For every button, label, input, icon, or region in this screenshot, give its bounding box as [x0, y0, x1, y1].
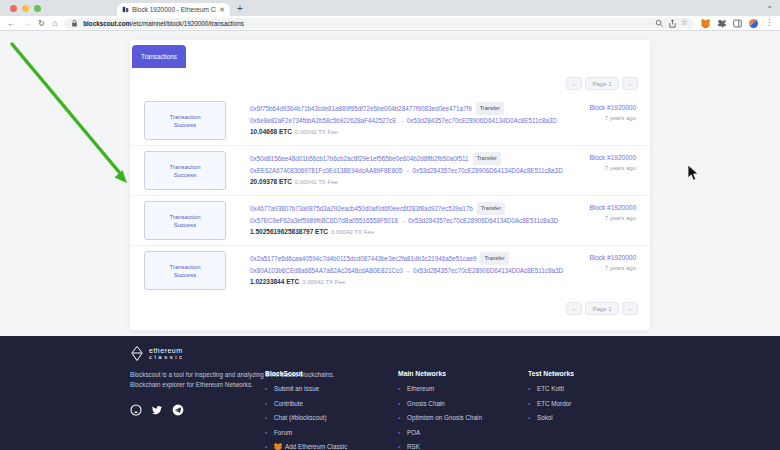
search-icon[interactable]	[655, 19, 664, 28]
status-badge: Transaction Success	[144, 151, 226, 190]
tab-transactions-label: Transactions	[141, 53, 177, 60]
browser-menu-icon[interactable]: ⋮	[765, 19, 773, 27]
footer-link[interactable]: Gnosis Chain	[398, 400, 482, 407]
from-address-link[interactable]: 0xEE62A674083069781Fc0Ed138E94dcAA89F8E8…	[250, 167, 402, 174]
reload-icon[interactable]: ↻	[38, 19, 45, 28]
footer-column-blockscout: BlockScout Submit an Issue Contribute Ch…	[265, 370, 347, 450]
footer-link[interactable]: Sokol	[528, 414, 574, 421]
footer-link[interactable]: Contribute	[265, 400, 347, 407]
address-bar[interactable]: blockscout.com/etc/mainnet/block/1920000…	[64, 18, 694, 29]
browser-chrome: Block 1920000 - Ethereum Cl ✕ + ⌄ ← → ↻ …	[0, 0, 780, 31]
window-fullscreen-button[interactable]	[34, 5, 41, 12]
browser-tab-strip: Block 1920000 - Ethereum Cl ✕ + ⌄	[0, 0, 780, 16]
tx-fee: 0.00042 TX Fee	[302, 279, 345, 285]
next-page-button[interactable]: ›	[622, 77, 638, 90]
to-address-link[interactable]: 0x53d284357ec70cE28906D64134D0Ac8E511c8a…	[407, 117, 557, 124]
github-icon[interactable]	[130, 404, 142, 416]
status-badge: Transaction Success	[144, 101, 226, 140]
to-address-link[interactable]: 0x53d284357ec70cE28906D64134D0Ac8E511c8a…	[413, 267, 563, 274]
etc-diamond-icon	[130, 346, 144, 361]
tx-hash-link[interactable]: 0x4677a93807b73a0875d3a292eacb450d0af0d6…	[250, 205, 473, 212]
window-minimize-button[interactable]	[22, 5, 29, 12]
bookmark-star-icon[interactable]: ☆	[681, 19, 688, 27]
footer-heading: BlockScout	[265, 370, 347, 377]
sidebar-panel-icon[interactable]	[733, 19, 742, 28]
status-badge: Transaction Success	[144, 251, 226, 290]
transfer-badge: Transfer	[473, 152, 501, 165]
block-link[interactable]: Block #1920000	[589, 104, 636, 111]
url-path: /etc/mainnet/block/1920000/transactions	[131, 20, 244, 27]
home-icon[interactable]: ⌂	[52, 19, 57, 28]
tx-fee: 0.00042 TX Fee	[295, 129, 338, 135]
metamask-extension-icon[interactable]	[701, 19, 710, 28]
browser-tab[interactable]: Block 1920000 - Ethereum Cl ✕	[117, 3, 230, 16]
footer-column-test-networks: Test Networks ETC Kotti ETC Mordor Sokol	[528, 370, 574, 429]
table-row: Transaction Success 0x4677a93807b73a0875…	[130, 196, 650, 246]
page-indicator[interactable]: Page 1	[585, 302, 619, 315]
ethereum-classic-logo: ethereum classic	[130, 346, 185, 361]
share-icon[interactable]	[668, 19, 677, 28]
tx-hash-link[interactable]: 0x50d8156ee48d01b56cb17b6cb2ac8f29e1ef56…	[250, 155, 469, 162]
new-tab-button[interactable]: +	[237, 3, 243, 14]
footer-link[interactable]: Ethereum	[398, 385, 482, 392]
table-row: Transaction Success 0x2a5177e6d6caa40594…	[130, 246, 650, 296]
footer-link[interactable]: ETC Kotti	[528, 385, 574, 392]
block-link[interactable]: Block #1920000	[589, 154, 636, 161]
blockscout-page: Transactions ‹ Page 1 › Transaction Succ…	[0, 31, 780, 336]
tx-age: 7 years ago	[589, 265, 636, 271]
next-page-button[interactable]: ›	[622, 302, 638, 315]
footer-link[interactable]: Forum	[265, 429, 347, 436]
arrow-right-icon: →	[405, 267, 411, 274]
block-link[interactable]: Block #1920000	[589, 254, 636, 261]
url-text: blockscout.com/etc/mainnet/block/1920000…	[83, 20, 244, 27]
tx-value: 20.09378 ETC	[250, 178, 292, 185]
blockscout-favicon-icon	[122, 6, 129, 13]
from-address-link[interactable]: 0x80A103b6CEd8a6854A7a82Ac2648cdAB0E821C…	[250, 267, 403, 274]
transfer-badge: Transfer	[477, 202, 505, 215]
arrow-right-icon: →	[404, 167, 410, 174]
tx-age: 7 years ago	[589, 215, 636, 221]
arrow-right-icon: →	[398, 117, 404, 124]
window-close-button[interactable]	[10, 5, 17, 12]
prev-page-button[interactable]: ‹	[566, 77, 582, 90]
footer-link[interactable]: Chat (#blockscout)	[265, 414, 347, 421]
to-address-link[interactable]: 0x53d284357ec70cE28906D64134D0Ac8E511c8a…	[413, 167, 563, 174]
footer-link[interactable]: POA	[398, 429, 482, 436]
to-address-link[interactable]: 0x53d284357ec70cE28906D64134D0Ac8E511c8a…	[408, 217, 558, 224]
footer-link[interactable]: Optimism on Gnosis Chain	[398, 414, 482, 421]
tab-transactions[interactable]: Transactions	[132, 45, 186, 68]
tab-close-icon[interactable]: ✕	[219, 6, 225, 13]
profile-avatar[interactable]	[749, 19, 758, 28]
prev-page-button[interactable]: ‹	[566, 302, 582, 315]
transfer-badge: Transfer	[476, 102, 504, 115]
footer-link-add-etc[interactable]: Add Ethereum Classic	[265, 443, 347, 450]
page-indicator[interactable]: Page 1	[585, 77, 619, 90]
forward-icon[interactable]: →	[23, 19, 32, 28]
table-row: Transaction Success 0x6f75b64d9364b71b43…	[130, 96, 650, 146]
tx-value: 1.5025619625838797 ETC	[250, 228, 328, 235]
browser-tab-title: Block 1920000 - Ethereum Cl	[132, 6, 216, 13]
from-address-link[interactable]: 0x6e8e82aF2e734fbbA2b58c5b922628aF442527…	[250, 117, 396, 124]
pagination-top: ‹ Page 1 ›	[566, 77, 638, 90]
tx-fee: 0.00042 TX Fee	[295, 179, 338, 185]
footer: ethereum classic Blockscout is a tool fo…	[0, 336, 780, 450]
chevron-down-icon[interactable]: ⌄	[766, 1, 773, 10]
transaction-list: Transaction Success 0x6f75b64d9364b71b43…	[130, 96, 650, 296]
footer-link[interactable]: Submit an Issue	[265, 385, 347, 392]
tx-hash-link[interactable]: 0x6f75b64d9364b71b43cde81a889f95df72e6be…	[250, 105, 472, 112]
transfer-badge: Transfer	[480, 252, 508, 265]
block-link[interactable]: Block #1920000	[589, 204, 636, 211]
tx-hash-link[interactable]: 0x2a5177e6d6caa40594c7d4b0115dcd087443be…	[250, 255, 476, 262]
footer-heading: Test Networks	[528, 370, 574, 377]
footer-link[interactable]: RSK	[398, 443, 482, 450]
extensions-puzzle-icon[interactable]	[717, 19, 726, 28]
status-badge: Transaction Success	[144, 201, 226, 240]
tx-fee: 0.00042 TX Fee	[331, 229, 374, 235]
back-icon[interactable]: ←	[7, 19, 16, 28]
twitter-icon[interactable]	[151, 404, 163, 416]
tx-value: 10.04668 ETC	[250, 128, 292, 135]
telegram-icon[interactable]	[172, 404, 184, 416]
footer-link[interactable]: ETC Mordor	[528, 400, 574, 407]
from-address-link[interactable]: 0x57EC8eF62a3ef5989fb8C6D7d8a05516558F50…	[250, 217, 398, 224]
browser-toolbar: ← → ↻ ⌂ blockscout.com/etc/mainnet/block…	[0, 16, 780, 31]
